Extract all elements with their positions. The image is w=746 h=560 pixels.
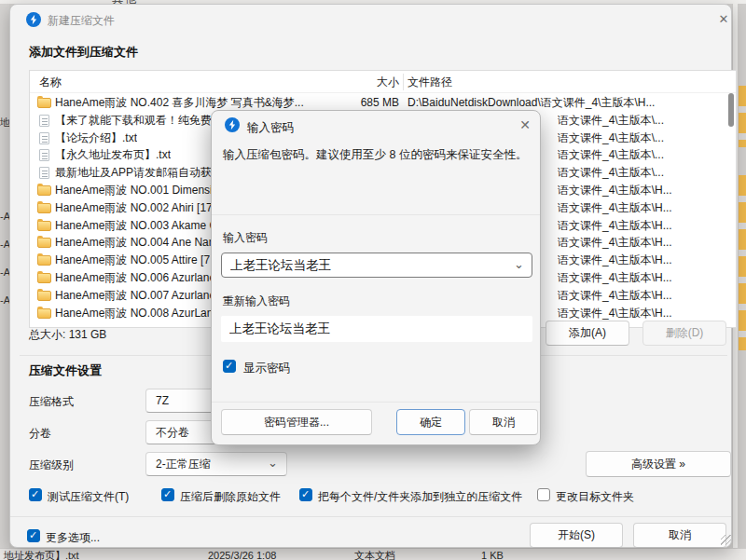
main-dialog-title: 新建压缩文件 [48, 13, 115, 29]
file-name: 【永久地址发布页】.txt [55, 146, 171, 164]
background-file-size: 1 KB [481, 549, 504, 560]
change-target-label[interactable]: 更改目标文件夹 [556, 489, 634, 505]
separator [212, 214, 540, 215]
resize-grip[interactable] [721, 535, 731, 545]
background-row-fragment: -A [0, 266, 9, 278]
file-path: 语文课件_4\主版本\... [558, 130, 664, 147]
test-archive-label[interactable]: 测试压缩文件(T) [48, 489, 129, 505]
confirm-password-field [221, 316, 532, 342]
file-name: 【来了就能下载和观看！纯免费！ [55, 112, 223, 130]
password-label: 输入密码 [223, 230, 268, 246]
background-row-fragment: -A [0, 211, 9, 222]
enter-password-dialog: 输入密码 ✕ 输入压缩包密码。建议使用至少 8 位的密码来保证安全性。 输入密码… [211, 110, 541, 445]
password-description: 输入压缩包密码。建议使用至少 8 位的密码来保证安全性。 [223, 146, 532, 163]
app-icon [26, 12, 41, 27]
ok-button[interactable]: 确定 [396, 409, 465, 435]
folder-icon [37, 185, 51, 196]
delete-button[interactable]: 删除(D) [642, 321, 726, 346]
level-dropdown[interactable]: 2-正常压缩 ⌄ [145, 452, 287, 476]
close-icon[interactable]: ✕ [714, 10, 733, 29]
file-name: HaneAme雨波 NO.007 Azurlane [55, 287, 215, 305]
file-path: 语文课件_4\主版本\H... [558, 287, 672, 305]
column-header-size[interactable]: 大小 [300, 75, 399, 90]
separate-archives-label[interactable]: 把每个文件/文件夹添加到独立的压缩文件 [318, 489, 522, 505]
background-file-name: 地址发布页】.txt [4, 549, 79, 560]
folder-icon [37, 291, 51, 301]
column-header-path[interactable]: 文件路径 [408, 75, 452, 90]
folder-icon [37, 255, 51, 266]
separator [10, 516, 731, 517]
file-path: 语文课件_4\主版本\H... [558, 199, 672, 217]
archive-settings-heading: 压缩文件设置 [29, 362, 102, 379]
more-options-label[interactable]: 更多选项... [46, 530, 100, 546]
background-file-type: 文本文档 [354, 549, 395, 560]
chevron-down-icon[interactable]: ⌄ [514, 257, 524, 271]
delete-after-label[interactable]: 压缩后删除原始文件 [180, 489, 281, 505]
file-path: 语文课件_4\主版本\H... [558, 217, 672, 235]
volume-label: 分卷 [29, 426, 51, 442]
main-titlebar: 新建压缩文件 ✕ [10, 5, 731, 34]
background-file-date: 2025/3/26 1:08 [208, 549, 276, 560]
folder-icon [37, 221, 51, 231]
folder-icon [37, 308, 51, 319]
confirm-password-label: 重新输入密码 [223, 294, 290, 309]
file-path: 语文课件_4\主版本\... [558, 164, 664, 182]
separate-archives-checkbox[interactable] [299, 488, 312, 501]
cancel-button[interactable]: 取消 [469, 409, 538, 435]
cancel-button[interactable]: 取消 [633, 523, 726, 548]
file-name: HaneAme雨波 NO.006 Azurlane [55, 269, 215, 287]
show-password-label[interactable]: 显示密码 [243, 361, 290, 376]
column-divider[interactable] [403, 74, 404, 90]
file-path: 语文课件_4\主版本\H... [558, 234, 672, 252]
file-path: 语文课件_4\主版本\H... [558, 182, 672, 199]
change-target-checkbox[interactable] [537, 488, 550, 501]
delete-after-checkbox[interactable] [161, 488, 174, 501]
add-files-heading: 添加文件到压缩文件 [29, 44, 138, 61]
total-size-label: 总大小: 131 GB [29, 327, 106, 343]
password-dialog-title: 输入密码 [247, 120, 294, 136]
chevron-down-icon: ⌄ [268, 452, 278, 474]
format-label: 压缩格式 [29, 394, 74, 410]
file-name: 【论坛介绍】.txt [55, 130, 137, 147]
background-left-fragment: 地 [0, 116, 9, 130]
test-archive-checkbox[interactable] [29, 488, 42, 501]
add-button[interactable]: 添加(A) [546, 321, 629, 346]
file-icon [39, 167, 49, 179]
file-name: 最新地址及APP请发邮箱自动获取 [55, 164, 223, 182]
file-name: HaneAme雨波 NO.001 Dimensi [55, 182, 213, 199]
file-icon [39, 149, 49, 161]
file-icon [39, 132, 49, 144]
app-icon [225, 117, 240, 132]
file-icon [39, 115, 49, 127]
format-value: 7Z [156, 394, 169, 407]
background-left-strip: 地 -A -A -A -A [0, 4, 9, 548]
file-path: 语文课件_4\主版本\H... [558, 252, 672, 269]
file-name: HaneAme雨波 NO.004 Ane Nar [55, 234, 213, 252]
show-password-checkbox[interactable] [223, 360, 236, 373]
more-options-checkbox[interactable] [27, 529, 40, 542]
start-button[interactable]: 开始(S) [530, 523, 623, 548]
scrollbar-thumb[interactable] [728, 93, 734, 127]
separator [212, 402, 540, 403]
level-value: 2-正常压缩 [156, 458, 211, 471]
file-name: HaneAme雨波 NO.008 AzurLan [55, 305, 213, 322]
confirm-password-input[interactable] [221, 316, 532, 342]
file-path: 语文课件_4\主版本\H... [558, 305, 672, 322]
password-manager-button[interactable]: 密码管理器... [221, 409, 372, 435]
file-path: 语文课件_4\主版本\H... [558, 269, 672, 287]
level-label: 压缩级别 [29, 458, 74, 473]
file-path: 语文课件_4\主版本\... [558, 112, 664, 130]
advanced-settings-button[interactable]: 高级设置 » [586, 451, 731, 477]
file-path: 语文课件_4\主版本\... [558, 146, 664, 164]
file-name: HaneAme雨波 NO.003 Akame C [55, 217, 217, 235]
background-row-fragment: -A [0, 294, 9, 306]
volume-value: 不分卷 [156, 426, 189, 439]
background-folder-icons [739, 86, 746, 147]
column-header-name[interactable]: 名称 [39, 75, 62, 90]
background-folder-icons [739, 175, 746, 350]
folder-icon [37, 203, 51, 213]
folder-icon [37, 238, 51, 248]
close-icon[interactable]: ✕ [516, 116, 534, 134]
background-file-row: 地址发布页】.txt 2025/3/26 1:08 文本文档 1 KB [0, 548, 746, 560]
password-input[interactable] [222, 253, 532, 277]
